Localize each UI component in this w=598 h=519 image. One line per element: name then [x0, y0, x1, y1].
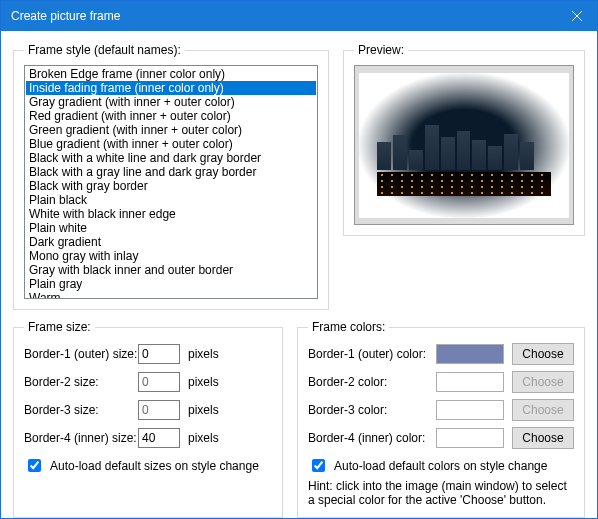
frame-style-item[interactable]: Plain black [26, 193, 316, 207]
frame-style-item[interactable]: Plain white [26, 221, 316, 235]
border-color-swatch-3 [436, 400, 504, 420]
border-color-label: Border-3 color: [308, 403, 436, 417]
titlebar: Create picture frame [1, 1, 597, 31]
color-hint-text: Hint: click into the image (main window)… [308, 479, 574, 507]
frame-colors-group: Frame colors: Border-1 (outer) color:Cho… [297, 320, 585, 518]
frame-style-item[interactable]: Green gradient (with inner + outer color… [26, 123, 316, 137]
border-size-label: Border-3 size: [24, 403, 138, 417]
frame-style-item[interactable]: Black with a gray line and dark gray bor… [26, 165, 316, 179]
frame-style-item[interactable]: Red gradient (with inner + outer color) [26, 109, 316, 123]
border-color-swatch-4 [436, 428, 504, 448]
auto-load-colors-label: Auto-load default colors on style change [334, 459, 547, 473]
frame-colors-legend: Frame colors: [308, 320, 389, 334]
border-size-input-1[interactable] [138, 344, 180, 364]
preview-group: Preview: [343, 43, 585, 236]
preview-legend: Preview: [354, 43, 408, 57]
frame-style-item[interactable]: Blue gradient (with inner + outer color) [26, 137, 316, 151]
border-color-label: Border-1 (outer) color: [308, 347, 436, 361]
frame-style-group: Frame style (default names): Broken Edge… [13, 43, 329, 310]
frame-style-item[interactable]: Black with gray border [26, 179, 316, 193]
unit-label: pixels [188, 347, 219, 361]
choose-color-button-2: Choose [512, 371, 574, 393]
frame-style-item[interactable]: Plain gray [26, 277, 316, 291]
preview-image [354, 65, 574, 225]
unit-label: pixels [188, 375, 219, 389]
unit-label: pixels [188, 431, 219, 445]
frame-style-item[interactable]: Dark gradient [26, 235, 316, 249]
border-color-label: Border-4 (inner) color: [308, 431, 436, 445]
choose-color-button-4[interactable]: Choose [512, 427, 574, 449]
border-color-label: Border-2 color: [308, 375, 436, 389]
choose-color-button-3: Choose [512, 399, 574, 421]
close-button[interactable] [557, 1, 597, 31]
frame-style-item[interactable]: Black with a white line and dark gray bo… [26, 151, 316, 165]
frame-style-listbox[interactable]: Broken Edge frame (inner color only)Insi… [24, 65, 318, 299]
frame-style-item[interactable]: Gray gradient (with inner + outer color) [26, 95, 316, 109]
frame-size-legend: Frame size: [24, 320, 95, 334]
auto-load-colors-checkbox[interactable] [312, 459, 325, 472]
dialog-window: Create picture frame Frame style (defaul… [0, 0, 598, 519]
frame-style-item[interactable]: Gray with black inner and outer border [26, 263, 316, 277]
border-size-label: Border-2 size: [24, 375, 138, 389]
auto-load-sizes-label: Auto-load default sizes on style change [50, 459, 259, 473]
window-title: Create picture frame [11, 9, 557, 23]
border-size-input-2 [138, 372, 180, 392]
border-size-label: Border-1 (outer) size: [24, 347, 138, 361]
border-color-swatch-1 [436, 344, 504, 364]
frame-style-legend: Frame style (default names): [24, 43, 185, 57]
frame-style-item[interactable]: Warm [26, 291, 316, 299]
frame-style-item[interactable]: White with black inner edge [26, 207, 316, 221]
close-icon [572, 11, 582, 21]
border-size-input-4[interactable] [138, 428, 180, 448]
frame-size-group: Frame size: Border-1 (outer) size:pixels… [13, 320, 283, 518]
frame-style-item[interactable]: Mono gray with inlay [26, 249, 316, 263]
border-color-swatch-2 [436, 372, 504, 392]
unit-label: pixels [188, 403, 219, 417]
frame-style-item[interactable]: Inside fading frame (inner color only) [26, 81, 316, 95]
choose-color-button-1[interactable]: Choose [512, 343, 574, 365]
border-size-label: Border-4 (inner) size: [24, 431, 138, 445]
border-size-input-3 [138, 400, 180, 420]
auto-load-sizes-checkbox[interactable] [28, 459, 41, 472]
frame-style-item[interactable]: Broken Edge frame (inner color only) [26, 67, 316, 81]
